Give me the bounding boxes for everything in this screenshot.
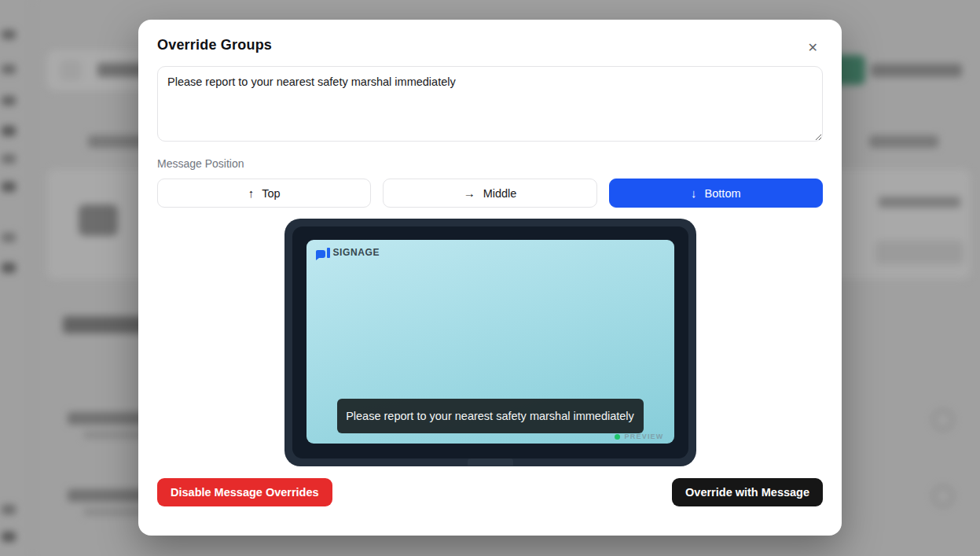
preview-message-text: Please report to your nearest safety mar…: [346, 410, 634, 422]
pisignage-logo-icon: [316, 248, 330, 258]
position-bottom-label: Bottom: [705, 187, 741, 200]
position-middle-button[interactable]: → Middle: [383, 179, 596, 208]
position-bottom-button[interactable]: ↓ Bottom: [609, 179, 823, 208]
position-middle-label: Middle: [483, 187, 517, 200]
disable-message-overrides-button[interactable]: Disable Message Overrides: [157, 478, 332, 506]
preview-wrapper: SIGNAGE Please report to your nearest sa…: [157, 219, 823, 466]
down-arrow-icon: ↓: [691, 187, 697, 199]
preview-status-label: PREVIEW: [625, 433, 664, 440]
preview-status-badge: PREVIEW: [615, 433, 664, 440]
modal-header: Override Groups ✕: [157, 37, 823, 57]
signage-preview-screen: SIGNAGE Please report to your nearest sa…: [306, 240, 674, 444]
tv-stand-notch: [468, 458, 513, 466]
preview-message-banner: Please report to your nearest safety mar…: [337, 399, 644, 433]
override-message-input[interactable]: Please report to your nearest safety mar…: [157, 66, 823, 142]
right-arrow-icon: →: [464, 187, 475, 199]
position-top-button[interactable]: ↑ Top: [157, 179, 371, 208]
override-with-message-button[interactable]: Override with Message: [672, 478, 823, 506]
up-arrow-icon: ↑: [248, 187, 255, 199]
tv-frame: SIGNAGE Please report to your nearest sa…: [284, 219, 696, 466]
override-groups-modal: Override Groups ✕ Please report to your …: [138, 20, 842, 536]
position-top-label: Top: [262, 187, 280, 200]
modal-footer: Disable Message Overrides Override with …: [157, 478, 823, 506]
pisignage-logo-text: SIGNAGE: [333, 247, 380, 258]
tv-bezel: SIGNAGE Please report to your nearest sa…: [292, 226, 688, 458]
message-position-label: Message Position: [157, 157, 823, 170]
status-dot-icon: [615, 434, 620, 440]
message-position-options: ↑ Top → Middle ↓ Bottom: [157, 179, 823, 208]
pisignage-logo: SIGNAGE: [316, 247, 380, 258]
modal-title: Override Groups: [157, 37, 272, 53]
close-icon[interactable]: ✕: [805, 39, 821, 57]
